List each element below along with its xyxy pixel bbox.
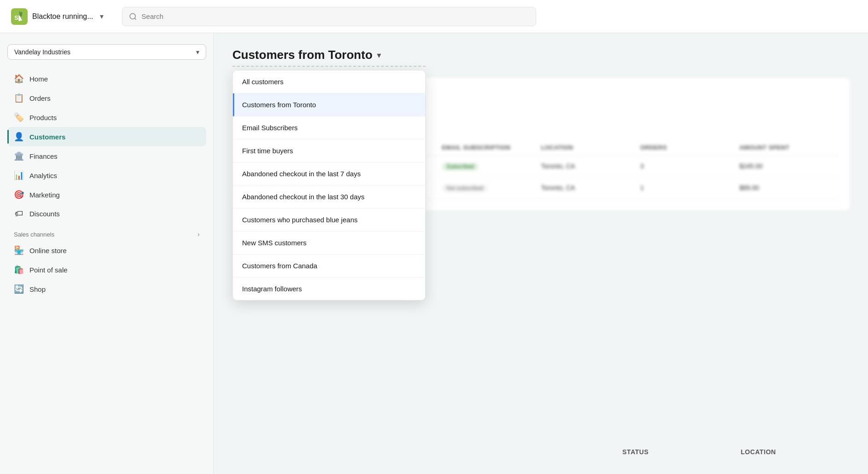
dropdown-items-list: All customersCustomers from TorontoEmail… (233, 70, 425, 300)
sidebar-item-marketing[interactable]: 🎯 Marketing (7, 185, 206, 204)
orders-label: Orders (29, 94, 51, 102)
customer-segment-dropdown: All customersCustomers from TorontoEmail… (232, 70, 426, 301)
search-icon (129, 12, 137, 21)
org-selector[interactable]: Vandelay Industries ▾ (7, 44, 206, 60)
point-of-sale-icon: 🛍️ (14, 265, 24, 275)
sales-channels-nav: 🏪 Online store 🛍️ Point of sale 🔄 Shop (7, 241, 206, 299)
col-orders: Orders (640, 144, 740, 151)
org-name: Vandelay Industries (14, 48, 70, 56)
search-input[interactable] (142, 12, 529, 20)
products-label: Products (29, 114, 57, 121)
dropdown-item-instagram-followers[interactable]: Instagram followers (233, 277, 425, 300)
sales-channels-expand-icon[interactable]: › (197, 231, 200, 238)
dropdown-item-label: Abandoned checkout in the last 30 days (242, 193, 365, 201)
sidebar-item-products[interactable]: 🏷️ Products (7, 108, 206, 127)
dropdown-item-abandoned-checkout-30[interactable]: Abandoned checkout in the last 30 days (233, 185, 425, 208)
dropdown-item-label: Customers who purchased blue jeans (242, 216, 358, 224)
dropdown-item-email-subscribers[interactable]: Email Subscribers (233, 116, 425, 139)
customers-label: Customers (29, 133, 65, 141)
sidebar-item-discounts[interactable]: 🏷 Discounts (7, 204, 206, 223)
amount-cell: $245.00 (740, 162, 839, 171)
location-col-label: Location (741, 448, 776, 456)
discounts-icon: 🏷 (14, 209, 24, 219)
dropdown-item-label: Instagram followers (242, 285, 302, 293)
dropdown-item-label: Customers from Canada (242, 262, 317, 270)
point-of-sale-label: Point of sale (29, 266, 68, 274)
analytics-icon: 📊 (14, 170, 24, 180)
dropdown-item-label: Customers from Toronto (242, 101, 316, 109)
title-dropdown-icon[interactable]: ▾ (377, 50, 381, 60)
page-title: Customers from Toronto (232, 48, 372, 62)
sidebar-item-analytics[interactable]: 📊 Analytics (7, 166, 206, 185)
marketing-icon: 🎯 (14, 190, 24, 200)
dropdown-item-label: First time buyers (242, 147, 293, 155)
analytics-label: Analytics (29, 172, 57, 179)
bottom-labels: Status Location (622, 448, 776, 456)
status-col-label: Status (622, 448, 648, 456)
shop-icon: 🔄 (14, 284, 24, 294)
sidebar-item-shop[interactable]: 🔄 Shop (7, 279, 206, 299)
amount-cell: $89.00 (740, 184, 839, 192)
email-sub-cell: Subscribed (442, 162, 541, 171)
page-title-row: Customers from Toronto ▾ (232, 48, 850, 62)
shopify-logo-icon: S (11, 8, 28, 25)
dropdown-item-label: All customers (242, 78, 284, 86)
dropdown-item-purchased-blue-jeans[interactable]: Customers who purchased blue jeans (233, 208, 425, 231)
sidebar-item-home[interactable]: 🏠 Home (7, 69, 206, 88)
orders-cell: 3 (640, 162, 740, 171)
store-name-label: Blacktoe running... (32, 12, 93, 21)
store-dropdown-icon[interactable]: ▾ (100, 12, 104, 21)
finances-icon: 🏛️ (14, 151, 24, 161)
svg-point-2 (130, 13, 135, 19)
sidebar-item-orders[interactable]: 📋 Orders (7, 88, 206, 108)
sidebar-item-online-store[interactable]: 🏪 Online store (7, 241, 206, 260)
orders-icon: 📋 (14, 93, 24, 103)
dropdown-item-all-customers[interactable]: All customers (233, 70, 425, 93)
main-content: Customers from Toronto ▾ All customersCu… (214, 33, 868, 474)
col-amount: Amount spent (740, 144, 839, 151)
location-cell: Toronto, CA (541, 162, 641, 171)
dropdown-item-label: Email Subscribers (242, 124, 298, 132)
customers-icon: 👤 (14, 132, 24, 142)
dropdown-item-label: Abandoned checkout in the last 7 days (242, 170, 361, 178)
sidebar: Vandelay Industries ▾ 🏠 Home 📋 Orders 🏷️… (0, 33, 214, 474)
dropdown-item-label: New SMS customers (242, 239, 307, 247)
org-selector-chevron-icon: ▾ (196, 48, 199, 56)
products-icon: 🏷️ (14, 112, 24, 122)
finances-label: Finances (29, 152, 58, 160)
sales-channels-section: Sales channels › (7, 223, 206, 241)
col-email: Email subscription (442, 144, 541, 151)
email-sub-cell: Not subscribed (442, 184, 541, 192)
brand-area[interactable]: S Blacktoe running... ▾ (11, 8, 104, 25)
marketing-label: Marketing (29, 191, 60, 199)
svg-text:S: S (14, 15, 18, 21)
dropdown-item-customers-from-toronto[interactable]: Customers from Toronto (233, 93, 425, 116)
col-location: Location (541, 144, 641, 151)
dropdown-item-new-sms-customers[interactable]: New SMS customers (233, 231, 425, 254)
orders-cell: 1 (640, 184, 740, 192)
app-body: Vandelay Industries ▾ 🏠 Home 📋 Orders 🏷️… (0, 33, 868, 474)
discounts-label: Discounts (29, 210, 60, 218)
nav-items: 🏠 Home 📋 Orders 🏷️ Products 👤 Customers … (7, 69, 206, 223)
sales-channels-label: Sales channels (14, 231, 54, 238)
sidebar-item-point-of-sale[interactable]: 🛍️ Point of sale (7, 260, 206, 279)
dropdown-item-first-time-buyers[interactable]: First time buyers (233, 139, 425, 162)
search-bar[interactable] (122, 7, 536, 26)
online-store-icon: 🏪 (14, 245, 24, 255)
home-label: Home (29, 75, 48, 83)
sidebar-item-customers[interactable]: 👤 Customers (7, 127, 206, 146)
dropdown-item-customers-from-canada[interactable]: Customers from Canada (233, 254, 425, 277)
topbar: S Blacktoe running... ▾ (0, 0, 868, 33)
online-store-label: Online store (29, 247, 67, 254)
home-icon: 🏠 (14, 74, 24, 84)
dropdown-item-abandoned-checkout-7[interactable]: Abandoned checkout in the last 7 days (233, 162, 425, 185)
location-cell: Toronto, CA (541, 184, 641, 192)
shop-label: Shop (29, 285, 46, 293)
sidebar-item-finances[interactable]: 🏛️ Finances (7, 146, 206, 166)
